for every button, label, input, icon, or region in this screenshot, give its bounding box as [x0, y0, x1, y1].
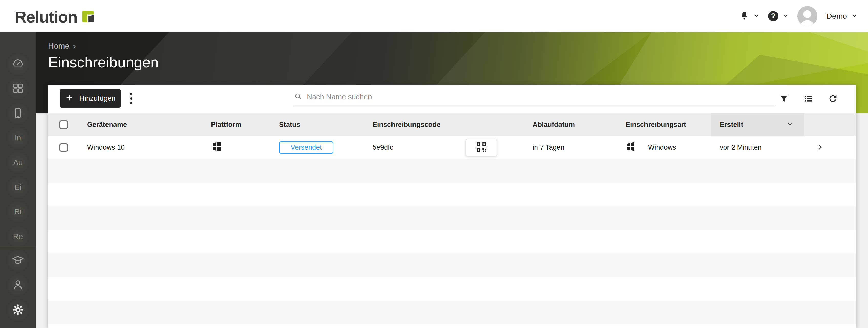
sidebar-item-apps[interactable] — [7, 78, 29, 100]
column-header-erstellt[interactable]: Erstellt — [711, 113, 804, 136]
search-field — [294, 92, 775, 106]
view-list-button[interactable] — [803, 93, 814, 105]
sidebar-item-label: Ei — [14, 183, 22, 192]
qr-code-icon — [476, 142, 487, 153]
search-underline — [294, 106, 775, 106]
more-actions-button[interactable] — [124, 91, 138, 106]
cell-enrollment-type: Windows — [625, 136, 711, 159]
refresh-icon — [828, 93, 838, 105]
chevron-right-icon — [815, 142, 824, 153]
status-badge: Versendet — [279, 142, 333, 154]
plus-icon — [65, 93, 74, 104]
sidebar-item-in[interactable]: In — [7, 127, 29, 149]
chevron-down-icon — [753, 12, 760, 20]
add-button[interactable]: Hinzufügen — [60, 89, 121, 108]
column-header-qr — [465, 113, 533, 136]
chevron-down-icon — [851, 12, 858, 20]
grid-icon — [12, 82, 24, 95]
qr-code-button[interactable] — [465, 139, 497, 156]
column-header-geraetename[interactable]: Gerätename — [87, 113, 211, 136]
sidebar-item-label: Ri — [14, 207, 22, 216]
cell-qr — [465, 136, 533, 159]
column-header-ablaufdatum[interactable]: Ablaufdatum — [533, 113, 625, 136]
sort-chevron-icon — [786, 120, 794, 129]
graduation-cap-icon — [12, 254, 24, 267]
sidebar-item-label: Au — [13, 158, 23, 167]
filter-button[interactable] — [778, 93, 789, 105]
select-all-checkbox[interactable] — [59, 120, 68, 129]
refresh-button[interactable] — [827, 93, 839, 105]
breadcrumb-separator-icon: › — [73, 41, 76, 51]
row-checkbox[interactable] — [59, 143, 68, 152]
user-name: Demo — [827, 12, 847, 21]
breadcrumb[interactable]: Home › — [48, 41, 159, 51]
toolbar: Hinzufügen — [48, 85, 856, 113]
sidebar-item-users[interactable] — [7, 274, 29, 296]
column-header-einschreibungsart[interactable]: Einschreibungsart — [625, 113, 711, 136]
breadcrumb-home[interactable]: Home — [48, 41, 69, 51]
gear-icon — [12, 304, 24, 317]
top-bar: Relution ? — [0, 0, 868, 32]
empty-rows-stripes — [48, 159, 856, 328]
notifications-menu[interactable] — [740, 11, 760, 22]
cell-device-name: Windows 10 — [87, 136, 211, 159]
filter-icon — [779, 94, 788, 104]
sidebar-divider — [0, 248, 36, 248]
page-title: Einschreibungen — [48, 54, 159, 71]
windows-logo-icon — [625, 141, 636, 154]
search-icon — [294, 92, 302, 101]
column-header-plattform[interactable]: Plattform — [211, 113, 279, 136]
list-icon — [803, 93, 813, 105]
cell-status: Versendet — [279, 136, 373, 159]
row-open-button[interactable] — [815, 142, 824, 153]
relution-logo-icon — [82, 10, 95, 24]
logo-text: Relution — [15, 8, 77, 26]
column-header-einschreibungscode[interactable]: Einschreibungscode — [373, 113, 465, 136]
bell-icon — [740, 11, 749, 22]
sidebar-item-education[interactable] — [7, 249, 29, 271]
user-menu[interactable]: Demo — [797, 6, 858, 26]
sidebar-item-re[interactable]: Re — [7, 226, 29, 247]
search-input[interactable] — [307, 93, 775, 101]
main-panel: Hinzufügen — [48, 85, 856, 328]
cell-code: 5e9dfc — [373, 136, 465, 159]
relution-logo[interactable]: Relution — [15, 8, 95, 26]
sidebar-item-dashboard[interactable] — [7, 53, 29, 75]
chevron-down-icon — [782, 12, 788, 20]
help-menu[interactable]: ? — [768, 11, 788, 21]
enrollment-type-label: Windows — [648, 144, 676, 151]
cell-expiry: in 7 Tagen — [533, 136, 625, 159]
person-icon — [12, 279, 24, 292]
avatar — [797, 6, 817, 26]
table-row[interactable]: Windows 10 Versendet 5e9dfc — [48, 136, 856, 159]
sidebar-item-ri[interactable]: Ri — [7, 201, 29, 223]
windows-logo-icon — [211, 141, 223, 154]
column-header-status[interactable]: Status — [279, 113, 373, 136]
cell-platform — [211, 136, 279, 159]
sidebar-item-au[interactable]: Au — [7, 151, 29, 174]
add-button-label: Hinzufügen — [80, 94, 116, 102]
cell-created: vor 2 Minuten — [711, 136, 804, 159]
sidebar: In Au Ei Ri Re — [0, 32, 36, 328]
sidebar-item-ei[interactable]: Ei — [7, 176, 29, 198]
sidebar-item-devices[interactable] — [7, 102, 29, 124]
sidebar-item-label: In — [14, 133, 21, 142]
gauge-icon — [12, 58, 24, 71]
phone-icon — [12, 107, 24, 120]
help-icon: ? — [768, 11, 778, 21]
column-header-actions — [804, 113, 856, 136]
sidebar-item-label: Re — [13, 232, 23, 241]
sidebar-item-settings[interactable] — [7, 299, 29, 321]
table-header: Gerätename Plattform Status Einschreibun… — [48, 113, 856, 136]
